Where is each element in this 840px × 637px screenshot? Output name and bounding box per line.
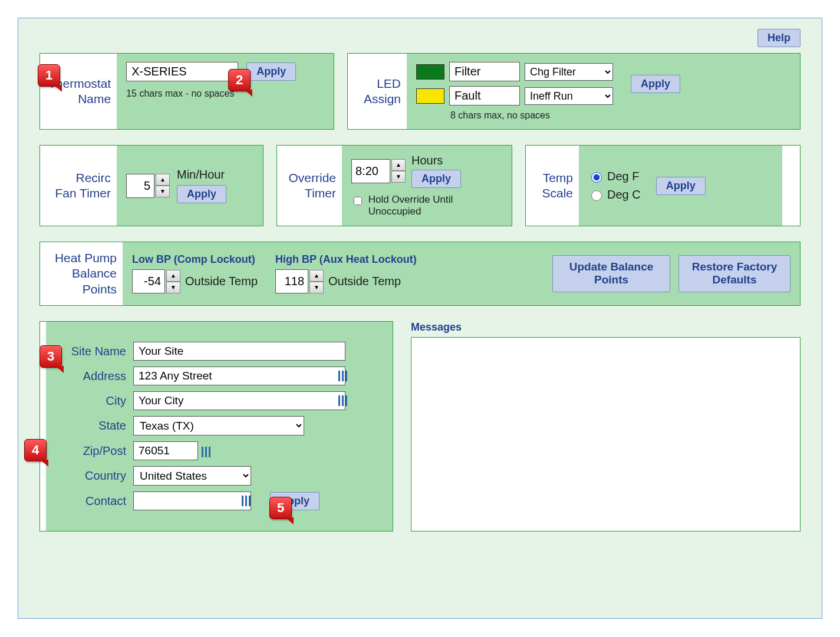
tempscale-c-radio[interactable] bbox=[591, 190, 602, 201]
balance-high-input[interactable] bbox=[275, 269, 308, 293]
page-container: 1 2 3 4 5 Help Thermostat Name Apply 15 … bbox=[18, 18, 822, 619]
override-unit: Hours bbox=[411, 154, 461, 167]
override-value-input[interactable] bbox=[351, 159, 390, 183]
led-green-swatch bbox=[416, 64, 444, 80]
led-label-1: LED bbox=[356, 76, 401, 91]
led-green-name-input[interactable] bbox=[449, 62, 520, 81]
led-hint: 8 chars max, no spaces bbox=[450, 110, 550, 121]
country-label: Country bbox=[55, 469, 126, 483]
thermostat-name-input[interactable] bbox=[126, 62, 238, 81]
tempscale-label-2: Scale bbox=[534, 186, 573, 201]
contact-picker-icon[interactable] bbox=[242, 496, 251, 506]
tempscale-f-label: Deg F bbox=[607, 170, 639, 183]
contact-label: Contact bbox=[55, 494, 126, 508]
state-select[interactable]: Texas (TX) bbox=[133, 416, 304, 435]
contact-input[interactable] bbox=[133, 491, 251, 510]
recirc-label-1: Recirc bbox=[48, 170, 111, 186]
override-label-1: Override bbox=[285, 170, 336, 186]
help-button[interactable]: Help bbox=[757, 29, 801, 47]
recirc-apply-button[interactable]: Apply bbox=[177, 185, 226, 203]
balance-low-spin-down[interactable]: ▼ bbox=[166, 282, 180, 293]
recirc-unit: Min/Hour bbox=[177, 168, 226, 181]
city-label: City bbox=[55, 394, 126, 408]
override-spin-down[interactable]: ▼ bbox=[391, 171, 406, 183]
recirc-spin-up[interactable]: ▲ bbox=[156, 174, 170, 186]
balance-panel: Heat Pump Balance Points Low BP (Comp Lo… bbox=[39, 242, 801, 306]
messages-box bbox=[411, 337, 801, 532]
balance-label-1: Heat Pump bbox=[48, 250, 117, 266]
city-picker-icon[interactable] bbox=[338, 395, 348, 406]
thermostat-hint: 15 chars max - no spaces bbox=[126, 88, 234, 99]
address-input[interactable] bbox=[133, 367, 345, 385]
messages-title: Messages bbox=[411, 321, 801, 334]
led-yellow-name-input[interactable] bbox=[449, 86, 520, 105]
site-panel: Site Name Address City State Texas (TX) … bbox=[39, 321, 393, 532]
balance-high-spin-down[interactable]: ▼ bbox=[309, 282, 324, 293]
site-name-input[interactable] bbox=[133, 342, 345, 361]
address-picker-icon[interactable] bbox=[338, 371, 348, 381]
tempscale-panel: Temp Scale Deg F Deg C Apply bbox=[525, 145, 801, 226]
update-balance-button[interactable]: Update Balance Points bbox=[552, 255, 670, 293]
address-label: Address bbox=[55, 369, 126, 383]
balance-label-3: Points bbox=[48, 282, 117, 297]
recirc-panel: Recirc Fan Timer ▲ ▼ Min/Hour Apply bbox=[39, 145, 263, 226]
led-yellow-action-select[interactable]: Ineff Run bbox=[525, 87, 613, 105]
thermostat-name-panel: Thermostat Name Apply 15 chars max - no … bbox=[39, 53, 334, 130]
override-apply-button[interactable]: Apply bbox=[411, 170, 461, 188]
override-label-2: Timer bbox=[285, 186, 336, 201]
site-name-label: Site Name bbox=[55, 345, 126, 358]
country-select[interactable]: United States bbox=[133, 466, 251, 486]
restore-defaults-button[interactable]: Restore Factory Defaults bbox=[678, 255, 790, 293]
zip-input[interactable] bbox=[133, 441, 198, 460]
override-panel: Override Timer ▲ ▼ Hours Apply bbox=[276, 145, 512, 226]
override-hold-label: Hold Override Until Unoccupied bbox=[368, 194, 475, 217]
balance-low-input[interactable] bbox=[132, 269, 165, 293]
tempscale-apply-button[interactable]: Apply bbox=[656, 177, 706, 195]
thermostat-label-2: Name bbox=[48, 91, 111, 107]
balance-label-2: Balance bbox=[48, 266, 117, 281]
led-yellow-swatch bbox=[416, 88, 444, 104]
override-spin-up[interactable]: ▲ bbox=[391, 159, 406, 171]
annotation-marker-1: 1 bbox=[38, 64, 60, 87]
balance-high-spin-up[interactable]: ▲ bbox=[309, 270, 324, 282]
annotation-marker-5: 5 bbox=[269, 497, 292, 519]
balance-low-unit: Outside Temp bbox=[185, 275, 258, 288]
tempscale-label-1: Temp bbox=[534, 170, 573, 186]
led-apply-button[interactable]: Apply bbox=[631, 75, 680, 93]
led-label-2: Assign bbox=[356, 91, 401, 107]
led-assign-panel: LED Assign Chg Filter bbox=[347, 53, 801, 130]
recirc-spin-down[interactable]: ▼ bbox=[156, 186, 170, 197]
tempscale-f-radio[interactable] bbox=[591, 172, 602, 183]
zip-picker-icon[interactable] bbox=[202, 447, 211, 457]
balance-high-title: High BP (Aux Heat Lockout) bbox=[275, 253, 417, 266]
led-green-action-select[interactable]: Chg Filter bbox=[525, 63, 613, 81]
balance-low-spin-up[interactable]: ▲ bbox=[166, 270, 180, 282]
city-input[interactable] bbox=[133, 391, 345, 410]
override-hold-checkbox[interactable] bbox=[354, 196, 362, 206]
balance-high-unit: Outside Temp bbox=[328, 275, 401, 288]
zip-label: Zip/Post bbox=[55, 444, 126, 458]
balance-low-title: Low BP (Comp Lockout) bbox=[132, 253, 258, 266]
recirc-value-input[interactable] bbox=[126, 174, 154, 198]
annotation-marker-2: 2 bbox=[228, 69, 251, 91]
state-label: State bbox=[55, 419, 126, 433]
annotation-marker-4: 4 bbox=[24, 439, 47, 461]
thermostat-apply-button[interactable]: Apply bbox=[246, 62, 296, 81]
annotation-marker-3: 3 bbox=[39, 345, 62, 368]
tempscale-c-label: Deg C bbox=[607, 188, 641, 202]
recirc-label-2: Fan Timer bbox=[48, 186, 111, 201]
